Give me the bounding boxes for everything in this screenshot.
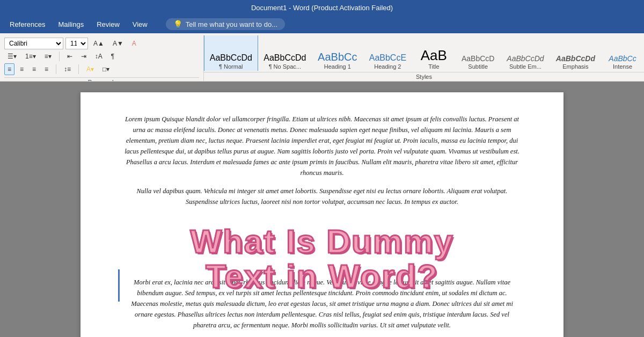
style-title-label: Title [428, 63, 439, 70]
ribbon-row-2: ☰▾ 1≡▾ ≡▾ ⇤ ⇥ ↕A ¶ [4, 50, 199, 62]
title-bar-text: Document1 - Word (Product Activation Fai… [251, 4, 393, 12]
multilevel-btn[interactable]: ≡▾ [41, 50, 55, 62]
style-subtle-preview: AaBbCcDd [507, 55, 544, 62]
font-name-selector[interactable]: Calibri [4, 38, 63, 49]
paragraph-2: Nulla vel dapibus quam. Vehicula mi inte… [123, 186, 521, 207]
ribbon-row-3: ≡ ≡ ≡ ≡ ↕≡ A▾ □▾ [4, 63, 199, 75]
font-shrink-btn[interactable]: A▼ [109, 38, 127, 49]
style-emphasis[interactable]: AaBbCcDd Emphasis [550, 35, 601, 71]
style-heading1[interactable]: AaBbCc Heading 1 [312, 35, 363, 71]
justify-btn[interactable]: ≡ [41, 63, 52, 75]
paragraph-label: Paragraph [4, 77, 199, 82]
ribbon-toolbar: Calibri 11 A▲ A▼ A ☰▾ 1≡▾ ≡▾ ⇤ ⇥ ↕A ¶ [0, 35, 204, 81]
tell-me-text: Tell me what you want to do... [186, 20, 277, 28]
font-size-selector[interactable]: 11 [65, 38, 88, 49]
borders-btn[interactable]: □▾ [99, 63, 113, 75]
numbering-btn[interactable]: 1≡▾ [22, 50, 39, 62]
show-marks-btn[interactable]: ¶ [108, 50, 118, 62]
style-intense-preview: AaBbCc [609, 55, 636, 62]
style-nospace-preview: AaBbCcDd [264, 54, 306, 62]
clear-formatting-btn[interactable]: A [129, 38, 140, 49]
style-normal-label: ¶ Normal [219, 63, 243, 70]
style-subtle-label: Subtle Em... [509, 63, 541, 70]
align-left-btn[interactable]: ≡ [4, 63, 14, 75]
align-right-btn[interactable]: ≡ [29, 63, 39, 75]
styles-row: AaBbCcDd ¶ Normal AaBbCcDd ¶ No Spac... … [204, 35, 644, 71]
align-center-btn[interactable]: ≡ [17, 63, 27, 75]
increase-indent-btn[interactable]: ⇥ [78, 50, 90, 62]
left-border-accent [118, 269, 120, 302]
style-h1-preview: AaBbCc [318, 52, 357, 62]
style-emphasis-label: Emphasis [562, 63, 588, 70]
title-bar: Document1 - Word (Product Activation Fai… [0, 0, 644, 15]
style-intense[interactable]: AaBbCc Intense [601, 35, 644, 71]
document: Lorem ipsum Quisque blandit dolor vel ul… [80, 92, 564, 337]
style-h2-label: Heading 2 [374, 63, 401, 70]
menu-bar: References Mailings Review View 💡 Tell m… [0, 15, 644, 33]
style-normal-preview: AaBbCcDd [210, 54, 252, 62]
style-emphasis-preview: AaBbCcDd [556, 55, 595, 62]
ribbon-styles: AaBbCcDd ¶ Normal AaBbCcDd ¶ No Spac... … [204, 35, 644, 81]
ribbon-row-1: Calibri 11 A▲ A▼ A [4, 38, 199, 49]
style-subtle-emphasis[interactable]: AaBbCcDd Subtle Em... [501, 35, 550, 71]
style-heading2[interactable]: AaBbCcE Heading 2 [363, 35, 412, 71]
style-subtitle-label: Subtitle [468, 63, 488, 70]
menu-view[interactable]: View [127, 18, 153, 31]
style-normal[interactable]: AaBbCcDd ¶ Normal [204, 35, 258, 71]
style-title-preview: AaB [421, 48, 447, 62]
bullets-btn[interactable]: ☰▾ [4, 50, 20, 62]
shading-btn[interactable]: A▾ [83, 63, 97, 75]
style-subtitle-preview: AaBbCcD [462, 55, 494, 62]
separator-2 [56, 64, 56, 74]
style-subtitle[interactable]: AaBbCcD Subtitle [455, 35, 501, 71]
style-intense-label: Intense [613, 63, 632, 70]
doc-area[interactable]: Lorem ipsum Quisque blandit dolor vel ul… [0, 82, 644, 337]
styles-label: Styles [204, 72, 644, 81]
style-h1-label: Heading 1 [324, 63, 351, 70]
lightbulb-icon: 💡 [173, 20, 182, 28]
menu-mailings[interactable]: Mailings [53, 18, 89, 31]
ribbon: Calibri 11 A▲ A▼ A ☰▾ 1≡▾ ≡▾ ⇤ ⇥ ↕A ¶ [0, 33, 644, 82]
decrease-indent-btn[interactable]: ⇤ [64, 50, 76, 62]
app-window: Document1 - Word (Product Activation Fai… [0, 0, 644, 337]
style-title[interactable]: AaB Title [412, 35, 455, 71]
paragraph-3: Morbi erat ex, lacinia nec arcu sit amet… [123, 277, 521, 331]
separator-1 [59, 52, 60, 61]
menu-review[interactable]: Review [91, 18, 125, 31]
menu-references[interactable]: References [4, 18, 50, 31]
paragraph-1: Lorem ipsum Quisque blandit dolor vel ul… [123, 114, 521, 178]
style-nospace[interactable]: AaBbCcDd ¶ No Spac... [258, 35, 312, 71]
style-nospace-label: ¶ No Spac... [269, 63, 301, 70]
font-grow-btn[interactable]: A▲ [90, 38, 107, 49]
separator-3 [78, 64, 79, 74]
tell-me-bar[interactable]: 💡 Tell me what you want to do... [166, 18, 285, 30]
sort-btn[interactable]: ↕A [92, 50, 106, 62]
style-h2-preview: AaBbCcE [369, 54, 406, 62]
line-spacing-btn[interactable]: ↕≡ [61, 63, 74, 75]
